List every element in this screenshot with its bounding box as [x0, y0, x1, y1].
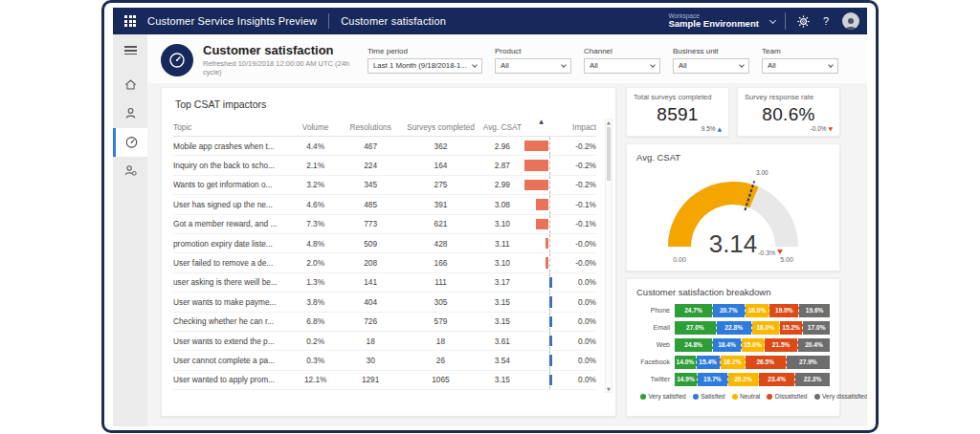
page-header: Customer satisfaction Refreshed 10/19/20…	[147, 34, 867, 83]
table-header-row: TopicVolumeResolutionsSurveys completedA…	[173, 118, 596, 137]
kpi-card[interactable]: Survey response rate80.6%-0.0% ▼	[737, 87, 840, 137]
workspace-selector[interactable]: Workspace Sample Environment	[668, 12, 759, 30]
column-header[interactable]: Resolutions	[340, 122, 400, 132]
legend-item-neutral[interactable]: Neutral	[732, 393, 761, 400]
legend-dot-icon	[693, 394, 699, 400]
segment-very-dissatisfied[interactable]: 20.4%	[798, 338, 830, 352]
filter-dropdown[interactable]: All	[584, 58, 660, 74]
impact-bar-cell	[524, 176, 559, 194]
sidebar-item-customers[interactable]	[113, 99, 147, 128]
segment-satisfied[interactable]: 22.8%	[717, 321, 752, 335]
table-scrollbar[interactable]: ▲ ▼	[605, 119, 612, 393]
legend-item-satisfied[interactable]: Satisfied	[693, 393, 725, 400]
table-row[interactable]: Inquiry on the back to scho...2.1%224164…	[173, 156, 596, 175]
table-row[interactable]: User cannot complete a pa...0.3%30263.54…	[173, 351, 596, 370]
table-row[interactable]: Wants to get information o...3.2%3452752…	[173, 176, 596, 195]
settings-gear-icon[interactable]	[797, 15, 810, 28]
category-label: Web	[636, 341, 675, 348]
legend-item-very-dissatisfied[interactable]: Very dissatisfied	[814, 393, 868, 400]
sidebar-item-home[interactable]	[113, 71, 147, 99]
table-row[interactable]: User wants to extend the p...0.2%18183.6…	[173, 332, 596, 351]
table-row[interactable]: Got a member reward, and ...7.3%7736213.…	[173, 215, 596, 234]
impact-bar-cell	[524, 234, 559, 252]
scrollbar-thumb[interactable]	[607, 127, 611, 181]
segment-very-dissatisfied[interactable]: 19.6%	[799, 304, 830, 317]
user-avatar[interactable]	[842, 12, 859, 30]
scroll-down-icon[interactable]: ▼	[606, 386, 612, 392]
segment-neutral[interactable]: 20.2%	[728, 373, 760, 386]
sidebar	[113, 34, 147, 426]
segment-dissatisfied[interactable]: 19.0%	[769, 304, 799, 317]
column-header[interactable]: Surveys completed	[401, 122, 480, 132]
segment-very-satisfied[interactable]: 14.9%	[675, 373, 698, 386]
waffle-icon[interactable]	[124, 15, 136, 27]
segment-label: 19.6%	[806, 307, 824, 314]
impact-bar	[524, 141, 549, 151]
filter-value: All	[768, 61, 776, 70]
sidebar-item-agents[interactable]	[113, 157, 147, 185]
column-header[interactable]: Topic	[173, 122, 291, 132]
kpi-card[interactable]: Total surveys completed85919.5% ▲	[626, 87, 729, 137]
segment-dissatisfied[interactable]: 23.4%	[759, 373, 795, 386]
table-row[interactable]: promotion expiry date liste...4.8%509428…	[173, 234, 596, 253]
filter-dropdown[interactable]: All	[495, 58, 571, 74]
segment-very-dissatisfied[interactable]: 17.0%	[803, 321, 830, 335]
filter-dropdown[interactable]: All	[762, 58, 838, 74]
segment-dissatisfied[interactable]: 21.5%	[765, 338, 798, 352]
segment-neutral[interactable]: 15.0%	[742, 338, 765, 352]
filter-dropdown[interactable]: Last 1 Month (9/18/2018-1...	[368, 58, 482, 74]
legend-item-very-satisfied[interactable]: Very satisfied	[640, 393, 686, 400]
cell-impact: 0.0%	[558, 336, 596, 346]
segment-very-dissatisfied[interactable]: 22.3%	[795, 373, 830, 386]
sort-ascending-icon[interactable]: ▲	[524, 118, 559, 124]
cell-csat: 2.87	[480, 161, 524, 170]
segment-satisfied[interactable]: 18.4%	[713, 338, 742, 352]
column-header[interactable]: Impact	[558, 122, 596, 132]
legend-item-dissatisfied[interactable]: Dissatisfied	[767, 393, 807, 400]
table-row[interactable]: User wants to make payme...3.8%4043053.1…	[173, 293, 596, 312]
table-row[interactable]: User has signed up the ne...4.6%4853913.…	[173, 195, 596, 214]
breakdown-title: Customer satisfaction breakdown	[636, 287, 830, 297]
segment-very-satisfied[interactable]: 14.0%	[675, 356, 697, 369]
topbar-divider	[328, 13, 329, 29]
segment-very-satisfied[interactable]: 24.7%	[675, 304, 713, 317]
segment-satisfied[interactable]: 19.7%	[698, 373, 728, 386]
kpi-row: Total surveys completed85919.5% ▲Survey …	[626, 87, 840, 137]
help-button[interactable]: ?	[823, 15, 829, 27]
table-row[interactable]: Checking whether he can r...6.8%7265793.…	[173, 313, 596, 332]
segment-dissatisfied[interactable]: 15.2%	[780, 321, 804, 335]
filter-label: Business unit	[673, 47, 749, 55]
gauge-max-label: 5.00	[780, 256, 793, 263]
filter-label: Channel	[584, 47, 660, 55]
segment-neutral[interactable]: 16.0%	[746, 304, 770, 317]
table-row[interactable]: User wanted to apply prom...12.1%1291106…	[173, 371, 596, 390]
segment-neutral[interactable]: 18.0%	[752, 321, 780, 335]
segment-very-dissatisfied[interactable]: 27.9%	[787, 356, 830, 369]
segment-label: 20.2%	[734, 376, 752, 382]
table-row[interactable]: Mobile app crashes when t...4.4%4673622.…	[173, 137, 596, 156]
segment-satisfied[interactable]: 15.4%	[697, 356, 721, 369]
cell-topic: User has signed up the ne...	[173, 200, 291, 209]
kpi-value: 80.6%	[745, 104, 833, 125]
filter-dropdown[interactable]: All	[673, 58, 749, 74]
cell-csat: 3.15	[480, 316, 524, 326]
person-icon	[123, 106, 138, 120]
segment-very-satisfied[interactable]: 24.8%	[675, 338, 713, 352]
column-header[interactable]: Volume	[291, 122, 341, 132]
scroll-up-icon[interactable]: ▲	[606, 119, 612, 125]
person-gear-icon	[123, 163, 138, 178]
segment-dissatisfied[interactable]: 26.5%	[746, 356, 787, 369]
hamburger-menu-icon[interactable]	[124, 44, 137, 57]
cell-volume: 0.3%	[291, 356, 341, 365]
column-header[interactable]: Avg. CSAT	[480, 122, 524, 132]
satisfaction-breakdown-card: Customer satisfaction breakdown Phone24.…	[626, 278, 840, 417]
table-row[interactable]: User failed to remove a de...2.0%2081663…	[173, 253, 596, 272]
sidebar-item-customer-satisfaction[interactable]	[113, 128, 147, 157]
segment-satisfied[interactable]: 20.7%	[713, 304, 746, 317]
cell-volume: 0.2%	[291, 336, 341, 346]
segment-neutral[interactable]: 16.2%	[721, 356, 746, 369]
table-row[interactable]: user asking is there weill be...1.3%1411…	[173, 273, 596, 293]
cell-impact: -0.1%	[558, 200, 596, 209]
legend-dot-icon	[732, 394, 738, 400]
segment-very-satisfied[interactable]: 27.0%	[675, 321, 717, 335]
